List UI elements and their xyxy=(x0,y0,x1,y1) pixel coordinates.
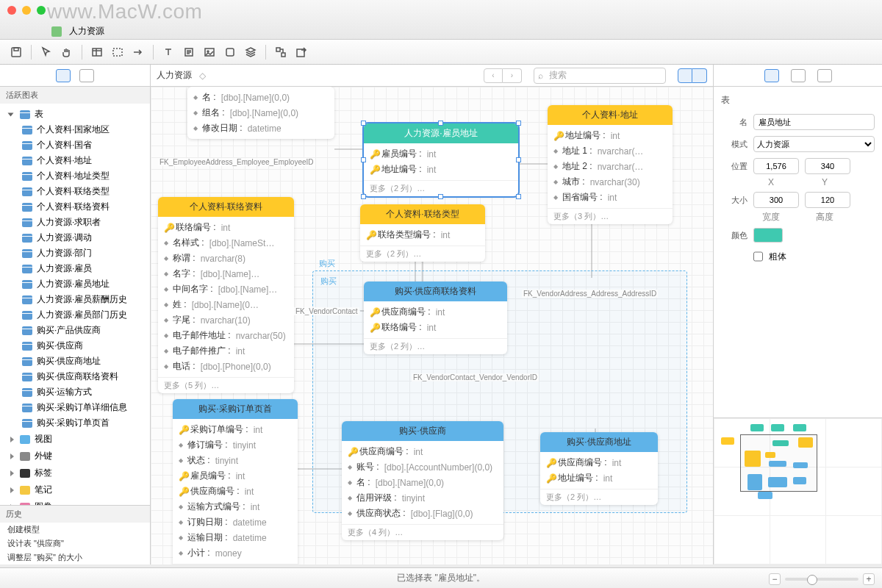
style-tab[interactable] xyxy=(791,69,806,82)
tree-table-item[interactable]: 个人资料·国省 xyxy=(0,137,150,153)
field-row[interactable]: 🔑供应商编号 :int xyxy=(364,304,507,320)
entity-vendor[interactable]: 购买·供应商 🔑供应商编号 :int◆账号 :[dbo].[AccountNum… xyxy=(342,421,503,540)
field-row[interactable]: 🔑联络编号 :int xyxy=(364,320,507,335)
field-row[interactable]: 🔑地址编号 :int xyxy=(548,128,673,143)
tree-table-item[interactable]: 人力资源·雇员地址 xyxy=(0,276,150,292)
field-row[interactable]: 🔑雇员编号 :int xyxy=(173,468,298,484)
comment-tab[interactable] xyxy=(817,69,832,82)
note-tool[interactable] xyxy=(180,43,198,61)
tree-table-item[interactable]: 购买·产品供应商 xyxy=(0,323,150,338)
field-row[interactable]: ◆组名 :[dbo].[Name](0,0) xyxy=(187,105,334,121)
tree-table-item[interactable]: 个人资料·国家地区 xyxy=(0,122,150,137)
name-field[interactable] xyxy=(753,114,875,130)
entity-employee-address[interactable]: 人力资源·雇员地址 🔑雇员编号 :int🔑地址编号 :int 更多（2 列）… xyxy=(364,123,518,196)
close-icon[interactable] xyxy=(7,6,16,15)
pos-x-field[interactable] xyxy=(753,158,799,174)
history-item[interactable]: 设计表 "供应商" xyxy=(0,537,150,551)
tree-table-item[interactable]: 购买·运输方式 xyxy=(0,384,150,400)
field-row[interactable]: ◆名 :[dbo].[Name](0,0) xyxy=(342,475,503,490)
tree-category-外键[interactable]: 外键 xyxy=(0,448,150,465)
entity-vendor-address[interactable]: 购买·供应商地址 🔑供应商编号 :int🔑地址编号 :int 更多（2 列）… xyxy=(540,432,658,505)
width-field[interactable] xyxy=(753,192,799,208)
properties-tab[interactable] xyxy=(764,69,779,82)
tree-table-item[interactable]: 购买·供应商 xyxy=(0,338,150,354)
tree-table-item[interactable]: 人力资源·雇员部门历史 xyxy=(0,307,150,323)
field-row[interactable]: ◆名样式 :[dbo].[NameSt… xyxy=(158,235,294,251)
breadcrumb[interactable]: 人力资源 xyxy=(157,69,192,82)
tree-table-item[interactable]: 购买·供应商地址 xyxy=(0,354,150,369)
minimize-icon[interactable] xyxy=(22,6,31,15)
tree-table-item[interactable]: 人力资源·部门 xyxy=(0,245,150,261)
tree-category-图像[interactable]: 图像 xyxy=(0,498,150,505)
table-tool[interactable] xyxy=(88,43,106,61)
export-button[interactable] xyxy=(293,43,310,61)
entity-partial[interactable]: ◆名 :[dbo].[Name](0,0)◆组名 :[dbo].[Name](0… xyxy=(187,87,334,139)
layer-tool[interactable] xyxy=(242,43,259,61)
nav-back-button[interactable]: ‹ xyxy=(484,68,503,83)
zoom-in-button[interactable]: + xyxy=(863,573,875,585)
field-row[interactable]: ◆城市 :nvarchar(30) xyxy=(548,174,673,190)
height-field[interactable] xyxy=(805,192,850,208)
zoom-out-button[interactable]: − xyxy=(769,573,781,585)
zoom-icon[interactable] xyxy=(37,6,46,15)
zoom-slider[interactable] xyxy=(785,578,858,581)
diagram-canvas[interactable]: ◆名 :[dbo].[Name](0,0)◆组名 :[dbo].[Name](0… xyxy=(151,87,713,564)
field-row[interactable]: ◆名字 :[dbo].[Name]… xyxy=(158,266,294,282)
entity-address[interactable]: 个人资料·地址 🔑地址编号 :int◆地址 1 :nvarchar(…◆地址 2… xyxy=(548,105,673,224)
field-row[interactable]: 🔑采购订单编号 :int xyxy=(173,422,298,437)
field-row[interactable]: ◆账号 :[dbo].[AccountNumber](0,0) xyxy=(342,459,503,475)
field-row[interactable]: 🔑地址编号 :int xyxy=(540,470,658,486)
field-row[interactable]: ◆小计 :money xyxy=(173,545,298,561)
field-row[interactable]: ◆地址 1 :nvarchar(… xyxy=(548,143,673,159)
entity-contact[interactable]: 个人资料·联络资料 🔑联络编号 :int◆名样式 :[dbo].[NameSt…… xyxy=(158,197,294,393)
tree-table-item[interactable]: 购买·采购订单页首 xyxy=(0,415,150,431)
entity-po-header[interactable]: 购买·采购订单页首 🔑采购订单编号 :int◆修订编号 :tinyint◆状态 … xyxy=(173,399,298,564)
field-row[interactable]: ◆字尾 :nvarchar(10) xyxy=(158,312,294,328)
field-row[interactable]: 🔑雇员编号 :int xyxy=(364,146,518,162)
search-input[interactable]: 搜索 xyxy=(534,68,666,84)
bold-checkbox[interactable] xyxy=(753,248,763,265)
field-row[interactable]: ◆状态 :tinyint xyxy=(173,453,298,468)
field-row[interactable]: 🔑供应商编号 :int xyxy=(342,444,503,459)
field-row[interactable]: ◆订购日期 :datetime xyxy=(173,514,298,530)
pos-y-field[interactable] xyxy=(805,158,850,174)
entity-contact-type[interactable]: 个人资料·联络类型 🔑联络类型编号 :int 更多（2 列）… xyxy=(360,204,485,262)
tree-category-视图[interactable]: 视图 xyxy=(0,431,150,448)
field-row[interactable]: ◆电子邮件地址 :nvarchar(50) xyxy=(158,328,294,343)
tree-table-item[interactable]: 人力资源·调动 xyxy=(0,230,150,245)
history-item[interactable]: 创建模型 xyxy=(0,523,150,537)
tree-table-item[interactable]: 个人资料·地址 xyxy=(0,153,150,168)
history-item[interactable]: 调整层 "购买" 的大小 xyxy=(0,551,150,564)
field-row[interactable]: ◆供应商状态 :[dbo].[Flag](0,0) xyxy=(342,506,503,521)
field-row[interactable]: ◆运输方式编号 :int xyxy=(173,499,298,514)
pointer-tool[interactable] xyxy=(37,43,55,61)
field-row[interactable]: 🔑供应商编号 :int xyxy=(173,484,298,499)
field-row[interactable]: ◆姓 :[dbo].[Name](0… xyxy=(158,297,294,312)
field-row[interactable]: 🔑供应商编号 :int xyxy=(540,455,658,470)
left-panel-toggle[interactable] xyxy=(678,68,692,83)
tree-root-tables[interactable]: 表 xyxy=(0,107,150,122)
tree-table-item[interactable]: 购买·采购订单详细信息 xyxy=(0,400,150,415)
color-swatch[interactable] xyxy=(753,228,783,243)
field-row[interactable]: ◆中间名字 :[dbo].[Name]… xyxy=(158,282,294,297)
tree-table-item[interactable]: 个人资料·联络资料 xyxy=(0,199,150,215)
field-row[interactable]: ◆称谓 :nvarchar(8) xyxy=(158,251,294,266)
field-row[interactable]: ◆运输日期 :datetime xyxy=(173,530,298,545)
field-row[interactable]: ◆修订编号 :tinyint xyxy=(173,437,298,453)
tree-table-item[interactable]: 个人资料·联络类型 xyxy=(0,184,150,199)
field-row[interactable]: ◆地址 2 :nvarchar(… xyxy=(548,159,673,174)
tree-table-item[interactable]: 人力资源·求职者 xyxy=(0,215,150,230)
text-tool[interactable] xyxy=(159,43,177,61)
hand-tool[interactable] xyxy=(58,43,76,61)
tree-table-item[interactable]: 个人资料·地址类型 xyxy=(0,168,150,184)
minimap[interactable] xyxy=(714,417,882,564)
field-row[interactable]: ◆名 :[dbo].[Name](0,0) xyxy=(187,90,334,105)
tree-category-标签[interactable]: 标签 xyxy=(0,465,150,481)
tree-table-item[interactable]: 人力资源·雇员 xyxy=(0,261,150,276)
tree-table-item[interactable]: 购买·供应商联络资料 xyxy=(0,369,150,384)
nav-fwd-button[interactable]: › xyxy=(503,68,522,83)
tree-category-笔记[interactable]: 笔记 xyxy=(0,481,150,498)
field-row[interactable]: ◆电话 :[dbo].[Phone](0,0) xyxy=(158,359,294,374)
view-tool[interactable] xyxy=(109,43,126,61)
field-row[interactable]: 🔑联络类型编号 :int xyxy=(360,227,485,243)
